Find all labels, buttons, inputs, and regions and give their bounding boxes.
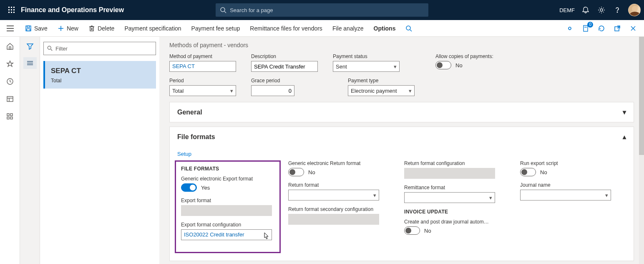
journal-name-select[interactable]: ▾ xyxy=(520,190,611,201)
new-button[interactable]: New xyxy=(53,20,83,37)
list-item-subtitle: Total xyxy=(51,78,150,84)
favorites-icon[interactable] xyxy=(2,57,18,71)
svg-rect-7 xyxy=(11,12,12,13)
global-search[interactable]: Search for a page xyxy=(216,3,428,17)
return-secondary-label: Return format secondary configuration xyxy=(288,206,397,212)
generic-export-value: Yes xyxy=(201,185,210,191)
generic-return-label: Generic electronic Return format xyxy=(288,160,397,166)
file-formats-panel: File formats ▴ Setup FILE FORMATS Generi… xyxy=(169,127,634,261)
delete-button[interactable]: Delete xyxy=(83,20,119,37)
popout-icon[interactable] xyxy=(611,23,623,34)
svg-rect-28 xyxy=(584,25,588,31)
funnel-filter-icon[interactable] xyxy=(26,43,34,51)
attach-icon[interactable]: 0 xyxy=(580,23,591,34)
svg-rect-2 xyxy=(13,7,15,8)
list-item-selected[interactable]: SEPA CT Total xyxy=(43,61,156,89)
chevron-down-icon: ▾ xyxy=(373,192,376,198)
run-export-toggle[interactable] xyxy=(520,168,536,176)
generic-return-toggle[interactable] xyxy=(288,168,304,176)
company-picker[interactable]: DEMF xyxy=(559,7,575,13)
description-label: Description xyxy=(251,53,318,59)
action-search-button[interactable] xyxy=(400,20,417,37)
left-nav-rail xyxy=(0,37,20,264)
method-of-payment-input[interactable]: SEPA CT xyxy=(169,61,236,72)
list-sort-icon[interactable] xyxy=(23,57,37,69)
user-avatar[interactable] xyxy=(628,4,641,16)
svg-line-31 xyxy=(617,26,620,28)
svg-rect-41 xyxy=(10,114,13,116)
home-icon[interactable] xyxy=(2,39,18,53)
payment-specification-button[interactable]: Payment specification xyxy=(119,20,186,37)
modules-icon[interactable] xyxy=(2,109,18,124)
scrollbar-thumb[interactable] xyxy=(639,37,644,155)
chevron-down-icon: ▾ xyxy=(394,63,397,70)
svg-rect-6 xyxy=(8,12,10,13)
close-icon[interactable] xyxy=(627,23,639,34)
export-format-label: Export format xyxy=(181,198,274,203)
svg-line-47 xyxy=(51,49,53,51)
workspaces-icon[interactable] xyxy=(2,92,18,106)
run-export-value: No xyxy=(540,169,547,175)
record-list-pane: Filter SEPA CT Total xyxy=(40,37,159,264)
allow-copies-toggle[interactable] xyxy=(435,61,451,69)
form-content: Methods of payment - vendors Method of p… xyxy=(159,37,644,264)
file-formats-heading: FILE FORMATS xyxy=(181,166,274,172)
general-panel-header[interactable]: General ▾ xyxy=(170,102,634,122)
payment-type-label: Payment type xyxy=(348,78,415,84)
allow-copies-label: Allow copies of payments: xyxy=(435,53,493,59)
options-button[interactable]: Options xyxy=(369,20,401,37)
settings-icon[interactable] xyxy=(596,5,606,15)
chevron-down-icon: ▾ xyxy=(230,88,233,94)
chevron-down-icon: ▾ xyxy=(409,88,412,94)
svg-rect-18 xyxy=(27,29,30,31)
export-config-input[interactable]: ISO20022 Credit transfer xyxy=(181,229,272,240)
file-formats-panel-header[interactable]: File formats ▴ xyxy=(170,127,634,147)
help-icon[interactable] xyxy=(612,5,622,15)
payment-status-select[interactable]: Sent ▾ xyxy=(333,61,400,72)
create-draw-label: Create and post draw journal autom… xyxy=(404,219,513,225)
app-launcher-icon[interactable] xyxy=(3,0,20,20)
list-filter-input[interactable]: Filter xyxy=(43,42,156,55)
export-format-input xyxy=(181,205,272,216)
attach-badge: 0 xyxy=(587,22,593,28)
remittance-format-select[interactable]: ▾ xyxy=(404,192,495,203)
svg-rect-17 xyxy=(27,26,30,28)
svg-rect-21 xyxy=(90,27,93,31)
file-analyze-button[interactable]: File analyze xyxy=(327,20,369,37)
invoice-update-heading: INVOICE UPDATE xyxy=(404,209,513,215)
list-item-title: SEPA CT xyxy=(51,67,150,75)
return-config-label: Return format configuration xyxy=(404,160,513,166)
filter-pane xyxy=(20,37,40,264)
grace-period-input[interactable] xyxy=(251,85,294,96)
remittance-files-button[interactable]: Remittance files for vendors xyxy=(245,20,327,37)
generic-export-label: Generic electronic Export format xyxy=(181,176,274,182)
notifications-icon[interactable] xyxy=(581,5,591,15)
save-button[interactable]: Save xyxy=(20,20,53,37)
create-draw-toggle[interactable] xyxy=(404,226,420,235)
refresh-icon[interactable] xyxy=(596,23,607,34)
grace-period-label: Grace period xyxy=(251,78,294,84)
link-icon[interactable] xyxy=(564,23,576,34)
main-area: Filter SEPA CT Total Methods of payment … xyxy=(0,37,644,264)
svg-point-12 xyxy=(617,12,617,12)
period-label: Period xyxy=(169,78,236,84)
general-panel: General ▾ xyxy=(169,102,634,122)
chevron-down-icon: ▾ xyxy=(605,192,608,198)
return-format-select[interactable]: ▾ xyxy=(288,190,379,201)
svg-point-11 xyxy=(600,9,603,11)
period-select[interactable]: Total ▾ xyxy=(169,85,236,96)
payment-type-select[interactable]: Electronic payment ▾ xyxy=(348,85,415,96)
description-input[interactable] xyxy=(251,61,318,72)
return-format-label: Return format xyxy=(288,182,397,188)
search-icon xyxy=(47,46,53,51)
svg-point-46 xyxy=(48,46,51,49)
payment-fee-setup-button[interactable]: Payment fee setup xyxy=(186,20,245,37)
plus-icon xyxy=(58,25,64,32)
app-title: Finance and Operations Preview xyxy=(21,6,124,14)
nav-toggle-icon[interactable] xyxy=(0,20,20,37)
recent-icon[interactable] xyxy=(2,74,18,89)
svg-rect-39 xyxy=(7,114,9,116)
setup-tab[interactable]: Setup xyxy=(171,151,197,160)
trash-icon xyxy=(88,25,95,32)
generic-export-toggle[interactable] xyxy=(181,183,197,192)
